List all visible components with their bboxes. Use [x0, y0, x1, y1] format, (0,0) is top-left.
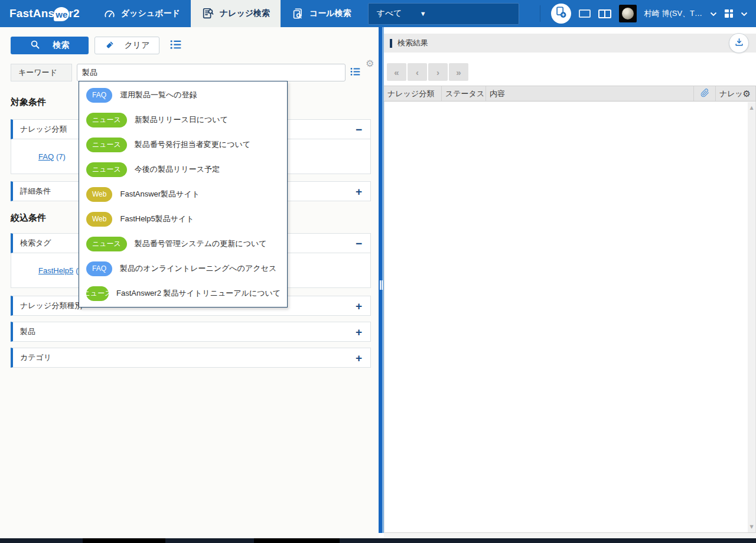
scope-select[interactable]: すべて ▼	[368, 3, 519, 25]
app-root: FastAnswer2 ダッシュボード ナレッジ検索 コール検索 すべて ▼	[0, 0, 756, 543]
pages-search-icon	[291, 7, 304, 20]
single-pane-icon[interactable]	[579, 9, 591, 18]
results-title: 検索結果	[397, 38, 428, 48]
column-header-attachment[interactable]	[694, 86, 716, 101]
pagination: «‹›»	[387, 63, 756, 81]
suggest-item[interactable]: ニュースFastAnswer2 製品サイトリニューアルについて	[79, 281, 287, 306]
expand-plus-icon[interactable]: +	[356, 300, 362, 312]
suggest-badge-news: ニュース	[86, 162, 127, 177]
expand-plus-icon[interactable]: +	[356, 186, 362, 197]
filter-section-label: 詳細条件	[20, 186, 51, 197]
suggest-item-text: 運用製品一覧への登録	[120, 90, 197, 100]
scroll-down-icon[interactable]: ▼	[748, 524, 755, 529]
export-download-button[interactable]	[729, 33, 749, 53]
divider-grip-handle[interactable]	[379, 279, 383, 292]
filter-value-link[interactable]: FastHelp5	[38, 266, 73, 275]
suggest-badge-web: Web	[86, 212, 112, 227]
gauge-icon	[103, 8, 116, 20]
eraser-icon	[105, 40, 115, 52]
filter-value-count: (	[76, 266, 78, 275]
suggest-badge-news: ニュース	[86, 113, 127, 127]
collapse-minus-icon[interactable]: −	[356, 124, 362, 135]
suggest-item-text: FastHelp5製品サイト	[120, 214, 194, 224]
chevron-down-icon[interactable]	[710, 8, 717, 19]
user-name[interactable]: 村崎 博(SV、T…	[644, 8, 702, 19]
keyword-input[interactable]	[77, 64, 346, 81]
app-logo[interactable]: FastAnswer2	[9, 0, 80, 27]
search-panel: 検索 クリア キーワード ⚙ 対象条件ナレッジ分類−FAQ (7)詳細条件+絞込…	[0, 27, 379, 538]
suggest-badge-news: ニュース	[86, 138, 127, 152]
keyword-history-list-icon[interactable]	[350, 67, 360, 78]
suggest-item[interactable]: WebFastAnswer製品サイト	[79, 182, 287, 207]
apps-grid-icon[interactable]	[725, 9, 733, 18]
top-nav-right: 村崎 博(SV、T…	[540, 0, 756, 27]
suggest-item-text: FastAnswer2 製品サイトリニューアルについて	[116, 288, 281, 299]
column-header-knowledge-category[interactable]: ナレッジ分類	[384, 86, 442, 101]
suggest-dropdown: FAQ運用製品一覧への登録ニュース新製品リリース日についてニュース製品番号発行担…	[79, 81, 288, 308]
saved-conditions-list-icon[interactable]	[170, 40, 181, 52]
results-footer-strip	[384, 533, 756, 538]
document-search-icon	[201, 7, 214, 20]
results-scrollbar[interactable]: ▲ ▼	[748, 102, 755, 532]
search-icon	[30, 40, 40, 51]
search-button[interactable]: 検索	[11, 37, 89, 54]
column-settings-gear-icon[interactable]: ⚙	[743, 89, 751, 99]
top-nav: FastAnswer2 ダッシュボード ナレッジ検索 コール検索 すべて ▼	[0, 0, 756, 27]
logo-bubble: we	[54, 7, 69, 21]
avatar[interactable]	[619, 5, 637, 22]
main-tabs: ダッシュボード ナレッジ検索 コール検索	[93, 0, 362, 27]
column-header-content[interactable]: 内容	[486, 86, 694, 101]
paperclip-icon	[700, 89, 709, 99]
filter-section-product[interactable]: 製品+	[11, 322, 371, 342]
pager-next-button[interactable]: ›	[428, 63, 448, 81]
suggest-badge-web: Web	[86, 187, 112, 202]
filter-value-link[interactable]: FAQ	[38, 152, 54, 161]
pager-last-button[interactable]: »	[449, 63, 468, 81]
clear-button[interactable]: クリア	[94, 37, 159, 54]
keyword-row: キーワード	[11, 64, 371, 81]
suggest-item-text: 製品番号発行担当者変更について	[135, 139, 250, 150]
filter-section-label: カテゴリ	[20, 352, 51, 363]
expand-plus-icon[interactable]: +	[356, 326, 362, 338]
suggest-item[interactable]: ニュース今後の製品リリース予定	[79, 157, 287, 182]
scope-value: すべて	[377, 8, 402, 19]
results-title-bar: 検索結果	[384, 34, 756, 53]
suggest-item-text: 新製品リリース日について	[135, 115, 228, 125]
suggest-badge-faq: FAQ	[86, 88, 112, 103]
column-header-status[interactable]: ステータス	[442, 86, 486, 101]
keyword-label: キーワード	[11, 64, 72, 81]
filter-section-label: ナレッジ分類種別	[20, 300, 82, 311]
document-add-icon	[555, 6, 568, 21]
caret-down-icon: ▼	[420, 10, 426, 17]
suggest-item[interactable]: ニュース新製品リリース日について	[79, 107, 287, 132]
panel-resize-divider[interactable]	[379, 27, 384, 533]
collapse-minus-icon[interactable]: −	[356, 238, 362, 249]
tab-label: ダッシュボード	[121, 8, 180, 19]
suggest-item[interactable]: FAQ製品のオンライントレーニングへのアクセス	[79, 256, 287, 281]
suggest-badge-news: ニュース	[86, 237, 127, 251]
pager-first-button[interactable]: «	[387, 63, 406, 81]
pager-prev-button[interactable]: ‹	[408, 63, 427, 81]
search-settings-gear-icon[interactable]: ⚙	[366, 58, 374, 69]
tab-label: コール検索	[309, 8, 351, 19]
suggest-item[interactable]: FAQ運用製品一覧への登録	[79, 83, 287, 107]
suggest-item[interactable]: ニュース製品番号管理システムの更新について	[79, 231, 287, 256]
filter-section-label: ナレッジ分類	[20, 124, 67, 135]
tab-call-search[interactable]: コール検索	[281, 0, 362, 27]
suggest-item-text: 今後の製品リリース予定	[135, 164, 220, 175]
new-knowledge-button[interactable]	[551, 4, 571, 24]
scroll-up-icon[interactable]: ▲	[748, 105, 755, 110]
split-pane-icon[interactable]	[598, 9, 611, 18]
tab-dashboard[interactable]: ダッシュボード	[93, 0, 191, 27]
suggest-item[interactable]: ニュース製品番号発行担当者変更について	[79, 132, 287, 157]
suggest-item[interactable]: WebFastHelp5製品サイト	[79, 207, 287, 231]
filter-section-category[interactable]: カテゴリ+	[11, 348, 371, 368]
bottom-bar	[0, 538, 756, 543]
filter-section-label: 製品	[20, 326, 35, 337]
chevron-down-icon[interactable]	[741, 8, 748, 19]
results-panel: 検索結果 «‹›» ナレッジ分類ステータス内容ナレッ⚙ ▲ ▼	[384, 27, 756, 538]
logo-text-pre: FastAns	[9, 7, 54, 20]
logo-text-post: r2	[69, 7, 79, 20]
expand-plus-icon[interactable]: +	[356, 352, 362, 364]
tab-knowledge-search[interactable]: ナレッジ検索	[191, 0, 281, 27]
